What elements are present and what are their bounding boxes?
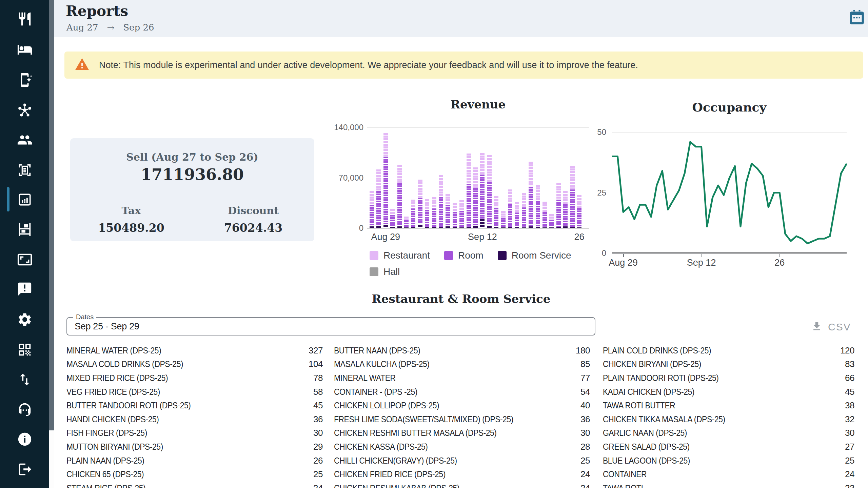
item-name: CHICKEN RESHMI KABAB (DPS-25) [334, 483, 551, 488]
item-quantity: 36 [580, 414, 590, 425]
item-quantity: 26 [313, 455, 323, 466]
list-item: CHICKEN TIKKA MASALA (DPS-25)32 [603, 412, 854, 426]
list-item: MASALA KULCHA (DPS-25)85 [334, 358, 590, 371]
sidebar-item-phone-sparkle[interactable] [0, 66, 49, 96]
item-name: FISH FINGER (DPS-25) [66, 428, 284, 438]
x-axis [367, 228, 589, 228]
item-name: MASALA KULCHA (DPS-25) [334, 359, 551, 369]
bar-segment-room [432, 208, 436, 227]
calendar-icon [848, 22, 865, 27]
support-headset-icon [17, 402, 33, 419]
bar-segment-room [418, 198, 422, 225]
page-scrollbar-thumb[interactable] [49, 0, 54, 430]
item-quantity: 27 [845, 442, 854, 452]
items-column-2: BUTTER NAAN (DPS-25)180MASALA KULCHA (DP… [334, 344, 590, 488]
x-axis-tick [780, 254, 780, 257]
bar-segment-room [397, 183, 402, 226]
item-name: HANDI CHICKEN (DPS-25) [66, 414, 284, 425]
sidebar-item-document-scan[interactable] [0, 156, 49, 186]
item-quantity: 120 [840, 345, 854, 356]
legend-swatch [444, 251, 453, 260]
item-quantity: 24 [580, 483, 590, 488]
sidebar-item-analytics[interactable] [0, 185, 49, 215]
bar-segment-restaurant [487, 155, 492, 182]
bar-segment-restaurant [404, 217, 409, 220]
arrow-right-icon: → [107, 22, 115, 33]
item-name: STEAM RICE (DPS-25) [66, 483, 284, 488]
item-quantity: 30 [580, 428, 590, 438]
revenue-bar [397, 165, 402, 228]
revenue-bar [515, 202, 519, 228]
bar-segment-restaurant [515, 202, 519, 212]
csv-button-label: CSV [828, 321, 851, 333]
item-quantity: 78 [313, 373, 323, 383]
sidebar-item-support-headset[interactable] [0, 395, 49, 425]
sidebar-item-restaurant[interactable] [0, 5, 49, 35]
sidebar-item-info[interactable] [0, 425, 49, 455]
legend-label: Room [458, 250, 484, 261]
legend-item-hall[interactable]: Hall [370, 265, 400, 279]
sidebar-item-swap-arrows[interactable] [0, 365, 49, 395]
item-name: FRESH LIME SODA(SWEET/SALT/MIXED) (DPS-2… [334, 414, 551, 425]
sidebar-item-shelves[interactable] [0, 215, 49, 245]
legend-swatch [370, 251, 378, 260]
item-name: MIXED FRIED RICE (DPS-25) [66, 373, 284, 383]
dates-input-value: Sep 25 - Sep 29 [75, 321, 139, 332]
item-quantity: 45 [845, 387, 854, 397]
bar-segment-room [473, 188, 478, 225]
item-quantity: 327 [309, 345, 323, 356]
dates-input-label: Dates [73, 313, 96, 321]
sidebar-item-logout[interactable] [0, 455, 49, 485]
revenue-bar [480, 152, 485, 228]
qr-code-icon [17, 342, 33, 359]
item-quantity: 28 [580, 442, 590, 452]
sidebar-item-people[interactable] [0, 126, 49, 156]
revenue-bar [376, 169, 381, 228]
swap-arrows-icon [17, 372, 33, 389]
revenue-bar [487, 155, 492, 228]
occupancy-chart [612, 132, 847, 253]
sidebar-item-settings-gear[interactable] [0, 305, 49, 335]
sidebar-item-hub[interactable] [0, 96, 49, 126]
revenue-bar [556, 183, 561, 228]
sidebar-item-feedback[interactable] [0, 275, 49, 305]
bar-segment-room [501, 218, 506, 227]
list-item: CHICKEN LOLLIPOP (DPS-25)40 [334, 399, 590, 412]
shelves-icon [17, 222, 33, 239]
revenue-bar [536, 184, 540, 228]
discount-label: Discount [192, 205, 314, 217]
sidebar-item-hotel-bed[interactable] [0, 35, 49, 65]
dates-range-input[interactable]: Dates Sep 25 - Sep 29 [66, 317, 595, 336]
revenue-bar [446, 194, 450, 228]
item-quantity: 85 [580, 359, 590, 369]
item-name: CONTAINER [603, 469, 816, 480]
page-scrollbar-track[interactable] [49, 0, 54, 488]
revenue-bar [467, 153, 471, 228]
list-item: BUTTER TANDOORI ROTI (DPS-25)45 [66, 399, 323, 412]
legend-item-room-service[interactable]: Room Service [498, 249, 571, 262]
download-csv-button[interactable]: CSV [811, 321, 851, 333]
x-axis-label: Sep 12 [468, 232, 497, 242]
legend-item-restaurant[interactable]: Restaurant [370, 249, 430, 262]
aspect-ratio-icon [17, 252, 33, 269]
legend-swatch [498, 251, 507, 260]
list-item: PLAIN NAAN (DPS-25)26 [66, 454, 323, 468]
sidebar-item-qr-code[interactable] [0, 336, 49, 365]
revenue-bar [494, 196, 498, 228]
reports-page: Reports Aug 27 → Sep 26 Note: This modul… [0, 0, 868, 488]
revenue-bar [411, 199, 415, 228]
item-quantity: 30 [845, 428, 854, 438]
bar-segment-restaurant [522, 193, 526, 207]
restaurant-icon [17, 11, 33, 28]
list-item: CHICKEN 65 (DPS-25)25 [66, 467, 323, 481]
legend-item-room[interactable]: Room [444, 249, 484, 262]
calendar-button[interactable] [848, 9, 865, 26]
bar-segment-restaurant [453, 203, 457, 211]
revenue-chart [367, 127, 589, 228]
sidebar-item-aspect-ratio[interactable] [0, 245, 49, 275]
y-axis-label: 50 [562, 127, 606, 137]
bar-segment-room [508, 204, 512, 227]
item-name: BLUE LAGOON (DPS-25) [603, 455, 816, 466]
item-name: MUTTON BIRYANI (DPS-25) [66, 442, 284, 452]
revenue-bar [508, 189, 512, 228]
